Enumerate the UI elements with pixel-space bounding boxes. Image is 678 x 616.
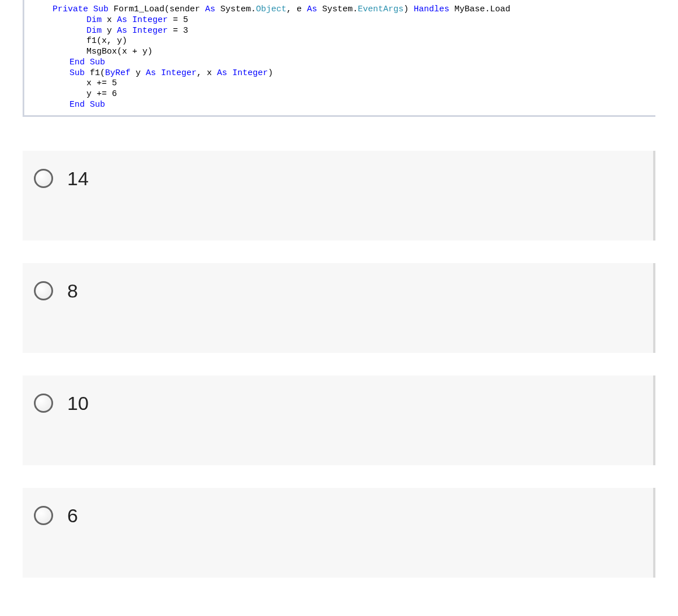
answer-option[interactable]: 14 [23, 151, 655, 241]
code-text: Form1_Load(sender [108, 5, 205, 14]
radio-button[interactable] [34, 281, 53, 300]
keyword: As [217, 68, 227, 78]
code-text: System. [317, 5, 358, 14]
keyword: Integer [156, 68, 197, 78]
code-text: , e [286, 5, 307, 14]
option-label: 8 [67, 280, 78, 302]
code-text: f1( [85, 68, 105, 78]
code-text: = 3 [168, 26, 188, 36]
keyword: End [69, 58, 85, 67]
keyword: Private [53, 5, 88, 14]
code-text: System. [215, 5, 256, 14]
keyword: As [117, 15, 127, 25]
option-label: 14 [67, 168, 89, 190]
keyword: Sub [69, 68, 85, 78]
keyword: Integer [127, 26, 168, 36]
option-label: 10 [67, 392, 89, 414]
keyword: Dim [86, 15, 102, 25]
option-label: 6 [67, 505, 78, 527]
keyword: Dim [86, 26, 102, 36]
code-text: x [102, 15, 117, 25]
keyword: Sub [85, 58, 105, 67]
answer-option[interactable]: 8 [23, 263, 655, 353]
radio-button[interactable] [34, 394, 53, 413]
radio-button[interactable] [34, 169, 53, 188]
keyword: As [307, 5, 317, 14]
code-text: ) [268, 68, 273, 78]
keyword: As [117, 26, 127, 36]
code-block: Private Sub Form1_Load(sender As System.… [23, 0, 655, 117]
code-text: ) [403, 5, 414, 14]
code-text: x += 5 [86, 78, 117, 88]
answer-option[interactable]: 10 [23, 375, 655, 465]
code-text: , x [197, 68, 217, 78]
code-text: y += 6 [86, 89, 117, 99]
keyword: Handles [414, 5, 449, 14]
keyword: End [69, 100, 85, 110]
answer-option[interactable]: 6 [23, 488, 655, 578]
code-text: y [131, 68, 146, 78]
radio-button[interactable] [34, 506, 53, 525]
keyword: As [146, 68, 156, 78]
keyword: Sub [85, 100, 105, 110]
keyword: Integer [127, 15, 168, 25]
type: EventArgs [358, 5, 403, 14]
code-text: = 5 [168, 15, 188, 25]
code-text: MyBase.Load [449, 5, 510, 14]
keyword: Sub [88, 5, 108, 14]
keyword: ByRef [105, 68, 131, 78]
type: Object [256, 5, 286, 14]
keyword: As [205, 5, 215, 14]
code-text: f1(x, y) [86, 36, 127, 46]
code-text: MsgBox(x + y) [86, 47, 153, 56]
code-text: y [102, 26, 117, 36]
keyword: Integer [227, 68, 268, 78]
